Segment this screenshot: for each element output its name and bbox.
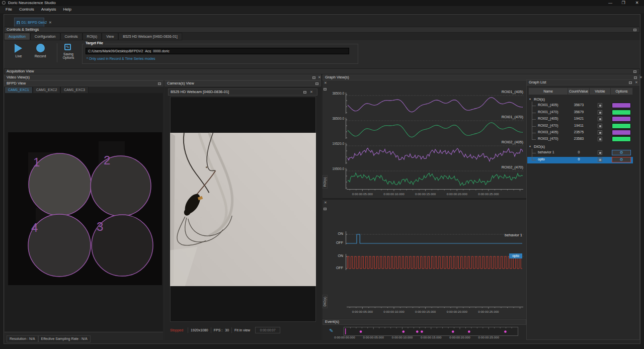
row-roi03-470-[interactable]: ROI03_(470)	[538, 137, 558, 140]
pin-icon[interactable]	[303, 91, 306, 94]
row-value: 0	[568, 157, 590, 161]
tab-b525-hd-webcam-046d-0836-01-[interactable]: B525 HD Webcam [046D-0836-01]	[118, 33, 182, 40]
tree-line	[532, 139, 536, 140]
tab-controls[interactable]: Controls	[60, 33, 83, 40]
event-marker[interactable]	[402, 330, 405, 333]
graph-splitter[interactable]	[323, 198, 526, 200]
row-roi02-470-[interactable]: ROI02_(470)	[538, 124, 558, 127]
pin-icon[interactable]	[158, 82, 161, 85]
tab-cam1_exc3[interactable]: CAM1_EXC3	[60, 86, 89, 94]
pin-icon[interactable]	[633, 29, 636, 31]
options-gear-button[interactable]: ⚙	[612, 157, 631, 162]
menu-help[interactable]: Help	[59, 6, 74, 13]
tab-configuration[interactable]: Configuration	[30, 33, 60, 40]
column-header-count-value[interactable]: Count/Value	[568, 88, 590, 95]
maximize-button[interactable]: ❐	[617, 0, 630, 6]
event-marker[interactable]	[416, 330, 419, 333]
checkbox-mark	[599, 152, 601, 154]
pin-icon[interactable]	[312, 76, 315, 79]
live-button[interactable]: Live	[9, 54, 29, 58]
event-marker[interactable]	[504, 330, 507, 333]
visible-checkbox[interactable]	[598, 117, 602, 121]
live-play-icon[interactable]	[15, 44, 22, 53]
close-icon[interactable]: ✕	[639, 76, 642, 79]
close-button[interactable]: ✕	[630, 0, 644, 6]
row-behavior-1[interactable]: behavior 1	[538, 150, 554, 154]
saving-options-icon[interactable]: ✎	[64, 44, 71, 50]
visible-checkbox[interactable]	[598, 110, 602, 115]
color-swatch[interactable]	[612, 130, 631, 135]
menu-analysis[interactable]: Analysis	[38, 6, 60, 13]
pin-icon[interactable]	[324, 208, 327, 210]
close-icon[interactable]: ✕	[324, 201, 327, 204]
saving-options-button[interactable]: Saving Options	[57, 52, 80, 59]
options-gear-button[interactable]: ⚙	[612, 150, 631, 155]
pin-icon[interactable]	[633, 70, 636, 73]
row-roi01-470-[interactable]: ROI01_(470)	[538, 110, 558, 114]
column-header-visible[interactable]: Visible	[590, 88, 611, 95]
menu-controls[interactable]: Controls	[16, 6, 38, 13]
event-marker[interactable]	[452, 330, 454, 333]
column-header-name[interactable]: Name	[528, 88, 568, 95]
collapse-icon[interactable]: ▾	[529, 97, 531, 101]
close-icon[interactable]: ✕	[310, 91, 313, 94]
color-swatch[interactable]	[612, 103, 631, 108]
visible-checkbox[interactable]	[598, 150, 602, 155]
visible-checkbox[interactable]	[598, 157, 602, 162]
webcam-device-bar[interactable]: B525 HD Webcam [046D-0836-01] ✕	[168, 89, 317, 96]
group-dios[interactable]: DIO(s)	[534, 144, 545, 149]
record-circle-icon[interactable]	[36, 44, 45, 52]
svg-text:0:00:00:15.000: 0:00:00:15.000	[415, 310, 436, 313]
pin-icon[interactable]	[324, 88, 327, 91]
event-marker[interactable]	[468, 330, 470, 333]
tab-view[interactable]: View	[102, 33, 118, 40]
color-swatch[interactable]	[612, 110, 631, 115]
menu-file[interactable]: File	[2, 6, 16, 13]
record-button[interactable]: Record	[30, 54, 50, 58]
color-swatch[interactable]	[612, 116, 631, 122]
visible-checkbox[interactable]	[598, 103, 602, 108]
video-views-header: Video View(s) ✕	[4, 74, 321, 80]
checkbox-mark	[599, 132, 601, 134]
tab-acquisition[interactable]: Acquisition	[4, 33, 30, 40]
color-swatch[interactable]	[612, 136, 631, 142]
pin-icon[interactable]	[634, 76, 637, 79]
controls-settings-tabs: AcquisitionConfigurationControlsROI(s)Vi…	[4, 33, 182, 40]
pin-icon[interactable]	[629, 81, 632, 84]
tree-line	[532, 119, 536, 120]
close-icon[interactable]: ✕	[318, 76, 321, 79]
column-header-options[interactable]: Options	[611, 88, 633, 95]
fit-in-view-button[interactable]: Fit in view	[234, 328, 250, 332]
roi-ytick-2: 19520.0	[325, 142, 344, 145]
edit-events-icon[interactable]: ✎	[328, 327, 335, 334]
checkbox-mark	[599, 118, 601, 120]
color-swatch[interactable]	[612, 123, 631, 129]
tab-cam1_exc2[interactable]: CAM1_EXC2	[33, 86, 61, 94]
target-file-input[interactable]	[86, 48, 349, 54]
webcam-frame-image	[170, 132, 316, 287]
visible-checkbox[interactable]	[598, 137, 602, 141]
event-marker[interactable]	[360, 330, 362, 333]
controls-settings-header: Controls & Settings	[4, 27, 640, 33]
row-roi01-405-[interactable]: ROI01_(405)	[538, 103, 558, 107]
row-opto[interactable]: opto	[538, 157, 545, 161]
tab-cam1_exc1[interactable]: CAM1_EXC1	[5, 86, 33, 94]
tab-roi-s-[interactable]: ROI(s)	[83, 33, 102, 40]
document-tab[interactable]: Π D1: BFPD Gen2 ✕	[14, 18, 44, 27]
behavior-level-ON: ON	[330, 232, 343, 235]
pin-icon[interactable]	[315, 82, 318, 85]
minimize-button[interactable]: —	[604, 0, 617, 6]
document-tab-close-icon[interactable]: ✕	[49, 21, 52, 25]
camera-fps-value: 30	[225, 328, 229, 332]
collapse-icon[interactable]: ▾	[529, 144, 531, 148]
row-value: 19411	[568, 124, 590, 127]
event-marker[interactable]	[421, 330, 423, 333]
visible-checkbox[interactable]	[598, 130, 602, 135]
close-icon[interactable]: ✕	[635, 81, 638, 84]
visible-checkbox[interactable]	[598, 124, 602, 128]
row-roi02-405-[interactable]: ROI02_(405)	[538, 117, 558, 120]
group-rois[interactable]: ROI(s)	[534, 97, 545, 102]
close-icon[interactable]: ✕	[324, 81, 327, 84]
row-roi03-405-[interactable]: ROI03_(405)	[538, 130, 558, 134]
roi-circle-2[interactable]	[91, 156, 151, 216]
